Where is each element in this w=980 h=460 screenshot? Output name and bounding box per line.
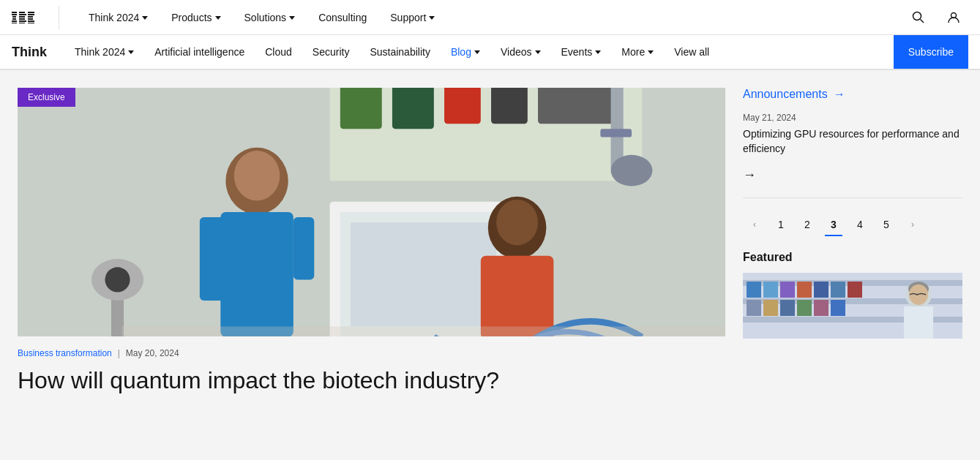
svg-rect-56 [831, 282, 845, 298]
svg-rect-36 [200, 217, 226, 301]
svg-rect-59 [763, 300, 778, 316]
nav-divider [59, 6, 59, 29]
user-button[interactable] [939, 3, 968, 32]
ibm-logo[interactable] [12, 12, 41, 23]
chevron-down-icon [289, 16, 295, 20]
top-nav-think2024[interactable]: Think 2024 [77, 0, 160, 35]
top-nav-icons [904, 3, 968, 32]
subscribe-button[interactable]: Subscribe [894, 35, 968, 69]
svg-rect-46 [121, 326, 725, 336]
svg-rect-10 [19, 20, 26, 22]
exclusive-badge: Exclusive [18, 88, 75, 107]
article-meta: Business transformation | May 20, 2024 [18, 348, 725, 358]
svg-rect-55 [814, 282, 828, 298]
sub-nav-sustainability[interactable]: Sustainability [359, 35, 441, 70]
pagination-page-4[interactable]: 4 [848, 213, 872, 236]
svg-rect-2 [12, 16, 16, 18]
svg-rect-25 [444, 88, 481, 124]
chevron-down-icon [142, 16, 148, 20]
svg-point-30 [611, 155, 653, 186]
pagination-prev[interactable]: ‹ [743, 213, 766, 236]
svg-rect-35 [220, 212, 293, 336]
search-button[interactable] [904, 3, 933, 32]
main-content: Exclusive [0, 70, 980, 395]
sub-nav-videos[interactable]: Videos [490, 35, 551, 70]
pagination-page-1[interactable]: 1 [769, 213, 793, 236]
feature-article: Exclusive [18, 88, 725, 395]
arrow-right-icon: → [834, 88, 845, 101]
lab-illustration [18, 88, 725, 336]
svg-rect-7 [19, 14, 26, 15]
svg-rect-27 [538, 88, 621, 124]
svg-rect-40 [481, 256, 554, 336]
announcement-arrow[interactable]: → [743, 167, 756, 183]
svg-rect-0 [12, 12, 17, 13]
article-title: How will quantum impact the biotech indu… [18, 366, 725, 395]
svg-line-19 [921, 19, 924, 23]
sub-nav-more[interactable]: More [611, 35, 664, 70]
pagination-page-2[interactable]: 2 [796, 213, 819, 236]
top-nav-support[interactable]: Support [378, 0, 446, 35]
article-date: May 20, 2024 [126, 348, 179, 358]
svg-rect-11 [19, 23, 25, 23]
chevron-down-icon [429, 16, 435, 20]
featured-section: Featured [743, 251, 962, 339]
svg-point-41 [496, 200, 538, 246]
svg-rect-26 [491, 88, 528, 124]
svg-rect-57 [848, 282, 862, 298]
sub-nav-brand: Think [12, 45, 47, 60]
announcements-link[interactable]: Announcements → [743, 88, 962, 101]
svg-rect-65 [904, 306, 933, 339]
svg-rect-51 [747, 282, 761, 298]
meta-separator: | [118, 348, 120, 358]
chevron-down-icon [474, 50, 480, 54]
user-icon [946, 10, 961, 25]
top-nav-consulting[interactable]: Consulting [307, 0, 378, 35]
sub-nav-think2024[interactable]: Think 2024 [64, 35, 144, 70]
svg-rect-61 [797, 300, 812, 316]
svg-rect-3 [12, 18, 16, 20]
featured-label: Featured [743, 251, 962, 264]
article-category[interactable]: Business transformation [18, 348, 112, 358]
svg-point-45 [105, 267, 130, 292]
svg-rect-17 [28, 23, 34, 23]
svg-point-38 [234, 151, 280, 200]
sub-nav-viewall[interactable]: View all [664, 35, 719, 70]
sub-nav-events[interactable]: Events [551, 35, 612, 70]
chevron-down-icon [595, 50, 601, 54]
svg-rect-29 [600, 129, 632, 137]
pagination-next[interactable]: › [901, 213, 924, 236]
svg-rect-12 [28, 12, 34, 13]
svg-rect-8 [19, 16, 25, 18]
sub-nav-cloud[interactable]: Cloud [255, 35, 302, 70]
svg-rect-54 [797, 282, 812, 298]
svg-rect-52 [763, 282, 778, 298]
sub-nav-links: Think 2024 Artificial intelligence Cloud… [64, 35, 894, 69]
svg-rect-58 [747, 300, 761, 316]
svg-rect-53 [780, 282, 795, 298]
announcement-title[interactable]: Optimizing GPU resources for performance… [743, 127, 962, 156]
svg-point-18 [913, 12, 921, 20]
top-navigation: Think 2024 Products Solutions Consulting… [0, 0, 980, 35]
chevron-down-icon [648, 50, 654, 54]
top-nav-products[interactable]: Products [160, 0, 232, 35]
feature-image [18, 88, 725, 336]
svg-rect-6 [19, 12, 25, 13]
sub-nav-ai[interactable]: Artificial intelligence [144, 35, 255, 70]
svg-rect-23 [340, 88, 382, 129]
svg-rect-9 [19, 18, 25, 20]
sub-nav-security[interactable]: Security [302, 35, 360, 70]
svg-rect-37 [293, 217, 314, 279]
top-nav-solutions[interactable]: Solutions [233, 0, 307, 35]
svg-rect-16 [28, 20, 34, 22]
announcements-divider [743, 197, 962, 198]
svg-rect-15 [28, 18, 33, 20]
pagination-page-5[interactable]: 5 [875, 213, 898, 236]
sub-navigation: Think Think 2024 Artificial intelligence… [0, 35, 980, 70]
svg-rect-14 [28, 16, 33, 18]
pagination: ‹ 1 2 3 4 5 › [743, 213, 962, 236]
pagination-page-3[interactable]: 3 [822, 213, 845, 236]
top-nav-links: Think 2024 Products Solutions Consulting… [77, 0, 904, 35]
sub-nav-blog[interactable]: Blog [441, 35, 490, 70]
featured-image[interactable] [743, 273, 962, 339]
